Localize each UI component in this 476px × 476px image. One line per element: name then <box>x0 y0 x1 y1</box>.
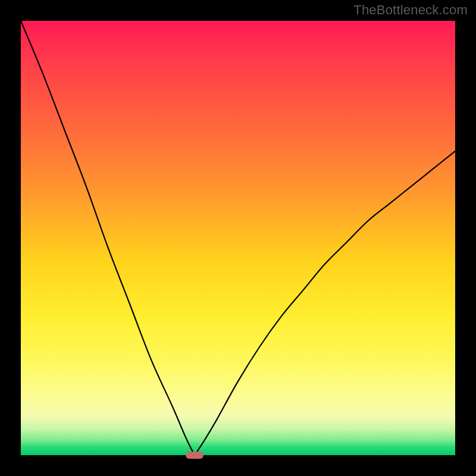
chart-stage: TheBottleneck.com <box>0 0 476 476</box>
plot-area <box>21 21 455 455</box>
curve-left <box>21 21 195 455</box>
curve-right <box>195 151 455 455</box>
watermark-text: TheBottleneck.com <box>353 2 468 18</box>
bottleneck-marker <box>186 452 203 459</box>
curve-svg <box>21 21 455 455</box>
